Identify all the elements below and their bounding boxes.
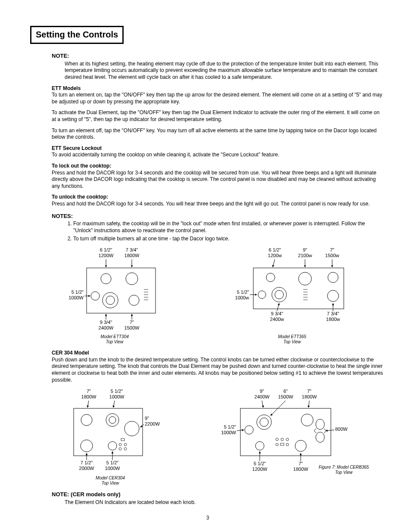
ett-p3: To turn an element off, tap the "ON/OFF"…: [52, 128, 385, 141]
cer304-body: Push down and turn the knob to the desir…: [52, 357, 385, 383]
svg-point-40: [328, 272, 338, 283]
figure-row-1: 6 1/2" 1200W 7 3/4" 1800W 5 1/2" 1000W 9…: [30, 246, 385, 345]
fig-caption-cerb365: Figure 7: Model CERB365 Top View: [318, 465, 370, 475]
svg-point-89: [245, 426, 253, 434]
svg-text:5 1/2": 5 1/2": [111, 389, 123, 394]
unlock-body: Press and hold the DACOR logo for 3-4 se…: [52, 201, 385, 208]
svg-point-14: [103, 292, 118, 308]
figure-ett304: 6 1/2" 1200W 7 3/4" 1800W 5 1/2" 1000W 9…: [50, 246, 179, 345]
note-cer-heading: NOTE: (CER models only): [52, 491, 385, 498]
svg-text:6": 6": [283, 389, 288, 394]
svg-text:9": 9": [145, 416, 149, 421]
svg-text:1200w: 1200w: [268, 253, 282, 258]
svg-rect-65: [121, 439, 125, 441]
section-title-box: Setting the Controls: [30, 26, 124, 44]
svg-text:5 1/2": 5 1/2": [254, 461, 266, 466]
svg-text:1800W: 1800W: [81, 394, 97, 399]
svg-point-69: [124, 448, 127, 450]
svg-rect-34: [253, 268, 344, 309]
svg-text:9 3/4": 9 3/4": [100, 320, 112, 325]
figure-ett365: 6 1/2" 1200w 9" 2100w 7" 1500w 5 1/2" 10…: [219, 246, 365, 345]
svg-text:2400W: 2400W: [255, 394, 270, 399]
svg-text:2200W: 2200W: [145, 421, 160, 426]
note-body: When at its highest setting, the heating…: [65, 61, 385, 81]
notes-heading: NOTES:: [52, 213, 385, 220]
svg-text:1500W: 1500W: [125, 325, 140, 330]
ett-models-heading: ETT Models: [52, 85, 385, 92]
lock-body: Press and hold the DACOR logo for 3-4 se…: [52, 170, 385, 190]
svg-rect-10: [87, 268, 156, 313]
svg-point-95: [255, 442, 264, 450]
svg-text:7": 7": [87, 389, 91, 394]
svg-point-98: [281, 438, 283, 441]
notes-item-2: To turn off multiple burners all at one …: [73, 236, 385, 243]
svg-point-41: [327, 290, 339, 302]
svg-point-61: [109, 417, 116, 423]
fig-caption-ett365: Model ETT365 Top View: [219, 334, 365, 345]
svg-line-103: [262, 401, 263, 408]
svg-point-97: [276, 438, 278, 441]
svg-point-93: [316, 419, 324, 429]
svg-point-90: [257, 415, 271, 429]
svg-point-38: [275, 290, 283, 299]
svg-text:7 1/2": 7 1/2": [81, 460, 93, 465]
svg-text:6 1/2": 6 1/2": [100, 247, 112, 252]
svg-point-11: [101, 274, 111, 284]
unlock-heading: To unlock the cooktop:: [52, 194, 385, 201]
svg-line-70: [87, 401, 89, 408]
svg-point-15: [106, 296, 115, 305]
cer304-heading: CER 304 Model: [52, 350, 385, 357]
svg-text:2000W: 2000W: [79, 466, 94, 471]
svg-point-96: [295, 440, 306, 451]
fig-caption-cer304: Model CER304 Top View: [46, 476, 175, 486]
svg-text:5 1/2": 5 1/2": [72, 289, 84, 295]
svg-line-107: [326, 430, 334, 431]
svg-text:1800W: 1800W: [302, 394, 317, 399]
svg-line-105: [308, 401, 309, 408]
svg-point-13: [91, 292, 100, 300]
svg-text:7": 7": [299, 461, 303, 466]
note-cer-body: The Element ON Indicators are located be…: [65, 499, 385, 506]
ett-p1: To turn an element on, tap the "ON/OFF" …: [52, 92, 385, 105]
lockout-body: To avoid accidentally turning the cookto…: [52, 152, 385, 159]
svg-text:7": 7": [130, 320, 134, 325]
lock-heading: To lock out the cooktop:: [52, 163, 385, 170]
svg-text:1500W: 1500W: [278, 394, 293, 399]
svg-point-12: [126, 273, 138, 285]
figure-row-2: 7" 1800W 5 1/2" 1000W 9" 2200W 7 1/2" 20…: [30, 388, 385, 486]
section-title: Setting the Controls: [36, 30, 118, 39]
svg-text:1800W: 1800W: [125, 253, 140, 258]
svg-text:1500w: 1500w: [325, 253, 339, 258]
svg-text:1000W: 1000W: [68, 295, 84, 300]
svg-point-66: [119, 443, 121, 446]
svg-text:7": 7": [307, 389, 311, 394]
svg-point-39: [299, 272, 311, 285]
svg-line-46: [277, 303, 279, 311]
svg-point-68: [119, 448, 121, 450]
ett-p2: To activate the Dual Element, tap the "O…: [52, 109, 385, 123]
svg-point-16: [129, 295, 139, 305]
svg-point-59: [81, 414, 92, 426]
svg-text:800W: 800W: [335, 426, 348, 432]
svg-text:1200W: 1200W: [99, 253, 114, 258]
svg-text:1000W: 1000W: [109, 394, 125, 399]
svg-point-67: [124, 443, 127, 446]
svg-line-71: [113, 401, 115, 408]
svg-text:1000w: 1000w: [235, 295, 249, 300]
svg-text:1200W: 1200W: [252, 467, 268, 472]
svg-point-102: [286, 443, 289, 446]
svg-rect-88: [240, 408, 331, 456]
notes-list: For maximum safety, the cooktop will be …: [65, 221, 385, 242]
svg-text:1000W: 1000W: [105, 466, 120, 471]
svg-text:1800W: 1800W: [293, 467, 308, 472]
svg-point-63: [81, 440, 93, 452]
notes-item-1: For maximum safety, the cooktop will be …: [73, 221, 385, 234]
svg-text:2400W: 2400W: [99, 325, 114, 330]
lockout-heading: ETT Secure Lockout: [52, 145, 385, 152]
svg-text:7 3/4": 7 3/4": [327, 311, 339, 316]
svg-text:5 1/2": 5 1/2": [106, 460, 118, 465]
svg-point-64: [108, 442, 117, 450]
svg-text:9": 9": [303, 247, 307, 252]
svg-point-35: [266, 273, 275, 282]
svg-point-99: [286, 438, 289, 441]
